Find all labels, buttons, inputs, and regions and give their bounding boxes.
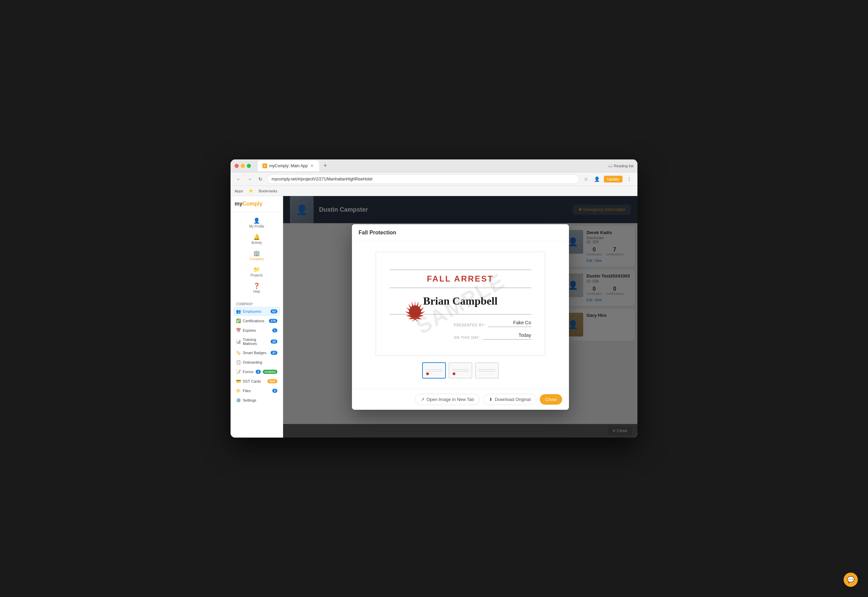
modal-title: Fall Protection: [359, 230, 396, 235]
forms-icon: 📝: [236, 370, 241, 374]
presented-by-field: PRESENTED BY: Fake Co: [454, 320, 531, 327]
forward-button[interactable]: →: [246, 175, 253, 183]
files-icon: 📁: [236, 388, 241, 393]
sidebar-menu-files[interactable]: 📁 Files 3: [233, 386, 280, 395]
minimize-window-button[interactable]: [241, 164, 245, 168]
sidebar-nav-label-profile: My Profile: [249, 224, 264, 228]
close-modal-button[interactable]: Close: [540, 394, 562, 405]
sidebar-menu-training-matrices[interactable]: 📊 Training Matrices 19: [233, 335, 280, 348]
files-badge: 3: [272, 389, 277, 393]
sidebar-item-activity[interactable]: 🔔 Activity: [231, 231, 283, 247]
sidebar-menu-employees[interactable]: 👥 Employees 62: [233, 307, 280, 316]
forms-badge: 4: [256, 370, 261, 374]
forms-actions-badge: Actions: [263, 370, 277, 374]
menu-button[interactable]: ⋮: [625, 175, 633, 183]
bookmarks-label[interactable]: Bookmarks: [259, 189, 277, 193]
sidebar-menu-sst-cards[interactable]: 💳 SST Cards New: [233, 377, 280, 386]
new-tab-button[interactable]: +: [320, 161, 330, 171]
expiries-label: Expiries: [243, 328, 270, 333]
sidebar-menu-certifications[interactable]: ✅ Certifications 175: [233, 316, 280, 326]
bookmark-button[interactable]: ☆: [582, 175, 590, 183]
address-bar[interactable]: mycomply.net/#/projectV2/271/ManhattanHi…: [267, 174, 579, 184]
browser-tab[interactable]: m myComply: Main App ✕: [258, 160, 319, 171]
cert-thumb-2[interactable]: [449, 362, 472, 379]
sidebar-item-company[interactable]: 🏢 Company: [231, 247, 283, 264]
modal-header: Fall Protection: [352, 224, 569, 242]
profile-button[interactable]: 👤: [593, 175, 601, 183]
cert-thumb-1[interactable]: [422, 362, 446, 379]
modal-backdrop[interactable]: Fall Protection SAMPLE FALL ARREST Brian…: [283, 196, 637, 438]
tab-favicon-icon: m: [262, 163, 267, 168]
modal-footer: ↗ Open Image In New Tab ⬇ Download Origi…: [352, 389, 569, 410]
presented-by-value: Fake Co: [513, 320, 531, 326]
sidebar-menu-settings[interactable]: ⚙️ Settings: [233, 395, 280, 405]
settings-icon: ⚙️: [236, 398, 241, 402]
sst-cards-badge: New: [268, 379, 277, 383]
cert-thumb-3[interactable]: [475, 362, 499, 379]
close-window-button[interactable]: [235, 164, 239, 168]
sidebar-menu-forms[interactable]: 📝 Forms 4 Actions: [233, 367, 280, 377]
sidebar-menu-expiries[interactable]: 📅 Expiries 1: [233, 326, 280, 335]
smart-badges-badge: 37: [271, 351, 277, 355]
thumb-line-4: [452, 371, 469, 371]
maximize-window-button[interactable]: [247, 164, 251, 168]
chat-bubble-button[interactable]: 💬: [844, 573, 858, 587]
sidebar-nav-label-company: Company: [250, 257, 264, 261]
sidebar-menu-smart-badges[interactable]: 🏷️ Smart Badges 37: [233, 348, 280, 358]
smart-badges-label: Smart Badges: [243, 351, 268, 355]
cert-top-divider: [390, 270, 531, 270]
browser-titlebar: m myComply: Main App ✕ + 📖 Reading list: [231, 159, 637, 172]
tab-close-button[interactable]: ✕: [310, 163, 314, 168]
seal-svg: [403, 300, 427, 323]
cert-preview-modal: Fall Protection SAMPLE FALL ARREST Brian…: [352, 224, 569, 410]
download-original-button[interactable]: ⬇ Download Original: [483, 394, 536, 405]
download-icon: ⬇: [489, 397, 493, 402]
expiries-icon: 📅: [236, 328, 241, 333]
browser-navigation-toolbar: ← → ↻ mycomply.net/#/projectV2/271/Manha…: [231, 172, 637, 186]
sidebar-item-help[interactable]: ❓ Help: [231, 280, 283, 296]
cert-seal: [403, 300, 427, 325]
traffic-lights: [235, 164, 251, 168]
thumb-dot-1: [426, 373, 429, 375]
sidebar-item-my-profile[interactable]: 👤 My Profile: [231, 215, 283, 231]
sst-cards-icon: 💳: [236, 379, 241, 384]
help-icon: ❓: [253, 282, 260, 289]
update-button[interactable]: Update: [604, 176, 622, 183]
profile-icon: 👤: [253, 217, 260, 224]
cert-thumb-3-inner: [476, 363, 498, 378]
on-this-day-value: Today: [518, 333, 531, 339]
sidebar-section-title: Company: [233, 300, 280, 307]
sidebar-item-projects[interactable]: 📁 Projects: [231, 264, 283, 280]
cert-thumb-1-inner: [423, 363, 445, 378]
close-modal-label: Close: [545, 397, 556, 402]
reading-list-label: Reading list: [614, 164, 633, 168]
on-this-day-line: Today: [483, 333, 531, 340]
training-matrices-icon: 📊: [236, 339, 241, 344]
sidebar: myComply 👤 My Profile 🔔 Activity 🏢 Compa…: [231, 196, 283, 438]
onboarding-icon: 📋: [236, 360, 241, 365]
chat-bubble-icon: 💬: [847, 576, 855, 584]
training-matrices-label: Training Matrices: [243, 337, 268, 346]
cert-title-text: FALL ARREST: [390, 274, 531, 284]
sst-cards-label: SST Cards: [243, 379, 265, 383]
browser-toolbar-right: 📖 Reading list: [608, 163, 633, 168]
back-button[interactable]: ←: [235, 175, 243, 183]
sidebar-menu-onboarding[interactable]: 📋 Onboarding: [233, 358, 280, 367]
on-this-day-label: ON THIS DAY:: [454, 336, 480, 340]
open-image-button[interactable]: ↗ Open Image In New Tab: [415, 394, 480, 405]
app-container: myComply 👤 My Profile 🔔 Activity 🏢 Compa…: [231, 196, 637, 438]
logo-text: myComply: [235, 201, 262, 207]
thumb-line-6: [478, 371, 495, 371]
main-content: 👤 Dustin Campster ✱ Emergency Informatio…: [283, 196, 637, 438]
thumb-line-2: [425, 371, 443, 371]
sidebar-nav-label-projects: Projects: [250, 273, 263, 277]
cert-thumbnails: [422, 362, 499, 379]
sidebar-nav-label-activity: Activity: [251, 241, 262, 245]
on-this-day-field: ON THIS DAY: Today: [454, 333, 531, 340]
apps-label[interactable]: Apps: [235, 189, 243, 193]
onboarding-label: Onboarding: [243, 360, 277, 364]
reading-list-button[interactable]: 📖 Reading list: [608, 163, 633, 168]
reload-button[interactable]: ↻: [256, 175, 264, 183]
thumb-dot-2: [453, 373, 455, 375]
certifications-icon: ✅: [236, 319, 241, 323]
